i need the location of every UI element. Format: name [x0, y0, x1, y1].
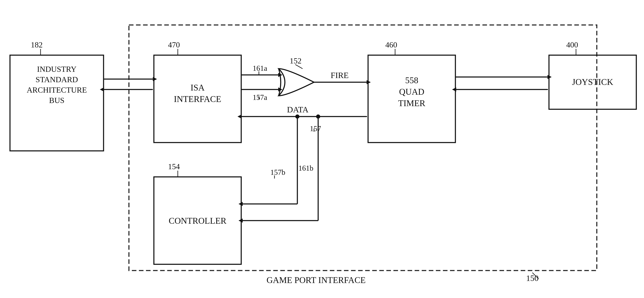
ref-182: 182	[31, 40, 43, 49]
label-game-port: GAME PORT INTERFACE	[266, 275, 366, 285]
label-isa-bus-3: ARCHITECTURE	[26, 86, 87, 94]
diagram-container: 150 GAME PORT INTERFACE 182 INDUSTRY STA…	[0, 0, 644, 298]
svg-line-34	[295, 65, 302, 69]
ref-470: 470	[168, 40, 180, 49]
label-joystick: JOYSTICK	[572, 77, 613, 87]
svg-marker-23	[238, 218, 243, 223]
label-data: DATA	[287, 105, 308, 114]
ref-400: 400	[566, 40, 578, 49]
svg-marker-19	[238, 114, 242, 119]
label-isa-interface-2: INTERFACE	[174, 94, 221, 104]
svg-marker-17	[366, 80, 371, 84]
label-fire: FIRE	[331, 71, 349, 80]
svg-marker-33	[452, 87, 456, 92]
ref-154: 154	[168, 162, 180, 171]
label-isa-interface-1: ISA	[190, 83, 204, 92]
label-controller: CONTROLLER	[169, 216, 226, 226]
ref-152: 152	[290, 56, 302, 65]
label-isa-bus-2: STANDARD	[36, 75, 78, 84]
ref-161b: 161b	[298, 164, 313, 172]
svg-marker-9	[100, 87, 104, 92]
or-gate	[279, 69, 314, 96]
game-port-boundary	[129, 25, 597, 270]
label-558-1: 558	[405, 76, 418, 85]
svg-point-28	[295, 114, 300, 119]
ref-150: 150	[526, 273, 538, 283]
ref-161a: 161a	[253, 64, 267, 72]
label-isa-bus-1: INDUSTRY	[37, 65, 76, 74]
ref-460: 460	[385, 40, 397, 49]
svg-marker-31	[548, 75, 552, 79]
ref-157: 157	[310, 124, 321, 133]
svg-point-29	[316, 114, 320, 119]
label-558-2: QUAD	[399, 87, 424, 97]
label-isa-bus-4: BUS	[49, 96, 64, 105]
ref-157a: 157a	[253, 93, 267, 102]
svg-marker-27	[238, 202, 243, 206]
label-558-3: TIMER	[398, 98, 426, 108]
svg-marker-7	[153, 77, 157, 81]
ref-157b: 157b	[270, 168, 285, 176]
or-gate-back	[279, 69, 281, 96]
